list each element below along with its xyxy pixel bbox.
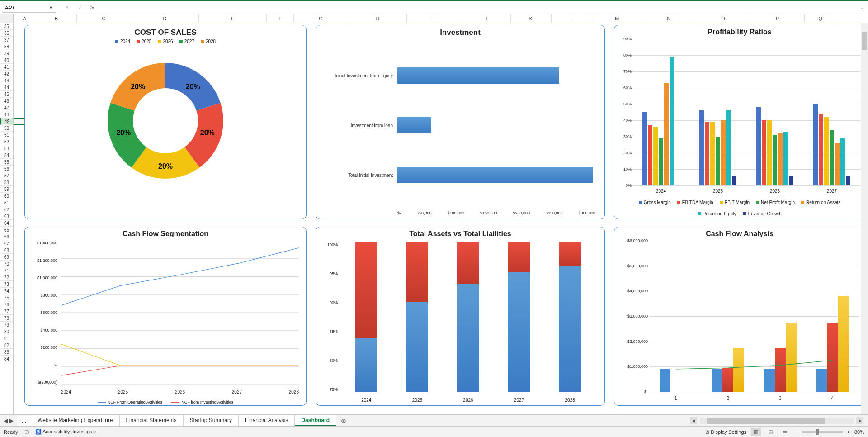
zoom-slider[interactable] <box>802 431 843 433</box>
row-header[interactable]: 62 <box>0 206 13 213</box>
row-header[interactable]: 43 <box>0 77 13 84</box>
row-header[interactable]: 56 <box>0 166 13 172</box>
accessibility-status[interactable]: ♿ Accessibility: Investigate <box>35 429 97 435</box>
row-header[interactable]: 75 <box>0 294 13 301</box>
row-header[interactable]: 83 <box>0 349 13 356</box>
column-header[interactable]: C <box>77 14 131 23</box>
scrollbar-thumb[interactable] <box>862 32 867 50</box>
row-header[interactable]: 81 <box>0 335 13 342</box>
row-header[interactable]: 50 <box>0 125 13 132</box>
row-header[interactable]: 84 <box>0 356 13 362</box>
name-box[interactable]: A49 ▼ <box>2 3 56 13</box>
row-header[interactable]: 76 <box>0 301 13 308</box>
row-header[interactable]: 54 <box>0 152 13 159</box>
row-header[interactable]: 48 <box>0 111 13 118</box>
row-header[interactable]: 59 <box>0 186 13 193</box>
sheet-tab[interactable]: Financial Analysis <box>239 415 295 426</box>
row-header[interactable]: 35 <box>0 23 13 30</box>
row-header[interactable]: 40 <box>0 57 13 64</box>
column-header[interactable]: A <box>14 14 36 23</box>
row-header[interactable]: 67 <box>0 240 13 247</box>
row-header[interactable]: 64 <box>0 220 13 227</box>
vertical-scrollbar[interactable] <box>861 23 868 414</box>
select-all-corner[interactable] <box>0 14 14 23</box>
zoom-level[interactable]: 80% <box>854 429 864 435</box>
display-settings-button[interactable]: 🖥 Display Settings <box>704 429 746 435</box>
row-header[interactable]: 41 <box>0 64 13 71</box>
chart-profitability-ratios[interactable]: Profitability Ratios 0%10%20%30%40%50%60… <box>614 25 865 219</box>
fx-icon[interactable]: fx <box>87 3 97 13</box>
column-header[interactable]: P <box>750 14 805 23</box>
column-header[interactable]: G <box>294 14 348 23</box>
macro-record-icon[interactable]: ▢ <box>24 429 29 435</box>
row-header[interactable]: 72 <box>0 274 13 281</box>
row-header[interactable]: 45 <box>0 91 13 98</box>
column-header[interactable]: J <box>461 14 511 23</box>
column-header[interactable]: E <box>199 14 267 23</box>
row-header[interactable]: 82 <box>0 342 13 349</box>
zoom-out-button[interactable]: − <box>794 429 797 435</box>
sheet-canvas[interactable]: COST OF SALES 20242025202620272028 20% 2… <box>14 23 868 414</box>
view-page-break-icon[interactable]: ▭ <box>780 428 790 436</box>
column-header[interactable]: Q <box>805 14 836 23</box>
column-header[interactable]: B <box>36 14 77 23</box>
chart-cash-flow-segmentation[interactable]: Cash Flow Segmentation $1,400,000$1,200,… <box>24 227 307 406</box>
column-header[interactable]: F <box>267 14 294 23</box>
row-header[interactable]: 80 <box>0 328 13 335</box>
sheet-tab[interactable]: Startup Summary <box>184 415 239 426</box>
accept-formula-icon[interactable]: ✓ <box>75 3 85 13</box>
row-header[interactable]: 51 <box>0 132 13 138</box>
row-header[interactable]: 38 <box>0 43 13 50</box>
scrollbar-thumb[interactable] <box>707 418 825 424</box>
cancel-formula-icon[interactable]: ✕ <box>62 3 72 13</box>
add-sheet-button[interactable]: ⊕ <box>336 417 351 424</box>
column-header[interactable]: N <box>642 14 696 23</box>
formula-input[interactable] <box>100 3 855 13</box>
column-header[interactable]: M <box>592 14 642 23</box>
row-header[interactable]: 49 <box>0 118 13 125</box>
sheet-tab[interactable]: Financial Statements <box>120 415 184 426</box>
view-page-layout-icon[interactable]: ▤ <box>765 428 775 436</box>
expand-formula-bar-icon[interactable]: ⌄ <box>858 5 866 10</box>
horizontal-scrollbar[interactable] <box>700 418 854 424</box>
tab-ellipsis[interactable]: ... <box>17 416 31 426</box>
row-header[interactable]: 39 <box>0 50 13 57</box>
row-header[interactable]: 79 <box>0 322 13 328</box>
row-header[interactable]: 57 <box>0 172 13 179</box>
row-header[interactable]: 61 <box>0 200 13 206</box>
row-header[interactable]: 66 <box>0 233 13 240</box>
tab-nav-prev-icon[interactable]: ◀ <box>4 418 8 424</box>
tab-nav-next-icon[interactable]: ▶ <box>9 418 14 424</box>
row-header[interactable]: 78 <box>0 315 13 322</box>
row-header[interactable]: 74 <box>0 288 13 294</box>
column-header[interactable]: I <box>407 14 461 23</box>
row-header[interactable]: 55 <box>0 159 13 166</box>
hscroll-left-icon[interactable]: ◀ <box>690 417 697 424</box>
row-header[interactable]: 69 <box>0 254 13 261</box>
row-header[interactable]: 68 <box>0 247 13 254</box>
chart-cash-flow-analysis[interactable]: Cash Flow Analysis $-$1,000,000$2,000,00… <box>614 227 865 406</box>
row-header[interactable]: 36 <box>0 30 13 37</box>
row-header[interactable]: 42 <box>0 71 13 77</box>
column-header[interactable]: O <box>696 14 750 23</box>
row-header[interactable]: 73 <box>0 281 13 288</box>
column-header[interactable]: D <box>131 14 199 23</box>
row-header[interactable]: 63 <box>0 213 13 220</box>
row-header[interactable]: 46 <box>0 98 13 104</box>
row-header[interactable]: 71 <box>0 267 13 274</box>
row-header[interactable]: 77 <box>0 308 13 315</box>
row-header[interactable]: 65 <box>0 227 13 233</box>
column-header[interactable]: H <box>348 14 407 23</box>
hscroll-right-icon[interactable]: ▶ <box>856 417 863 424</box>
row-header[interactable]: 60 <box>0 193 13 200</box>
column-header[interactable]: K <box>511 14 552 23</box>
row-header[interactable]: 58 <box>0 179 13 186</box>
zoom-in-button[interactable]: + <box>847 429 850 435</box>
chart-cost-of-sales[interactable]: COST OF SALES 20242025202620272028 20% 2… <box>24 25 307 219</box>
chart-investment[interactable]: Investment Initial Investment from Equit… <box>316 25 605 219</box>
chart-assets-vs-liabilities[interactable]: Total Assets vs Total Liailities 100%95%… <box>316 227 605 406</box>
row-header[interactable]: 47 <box>0 104 13 111</box>
sheet-tab[interactable]: Website Marketing Expenditure <box>31 415 120 426</box>
row-header[interactable]: 70 <box>0 261 13 267</box>
row-header[interactable]: 52 <box>0 138 13 145</box>
